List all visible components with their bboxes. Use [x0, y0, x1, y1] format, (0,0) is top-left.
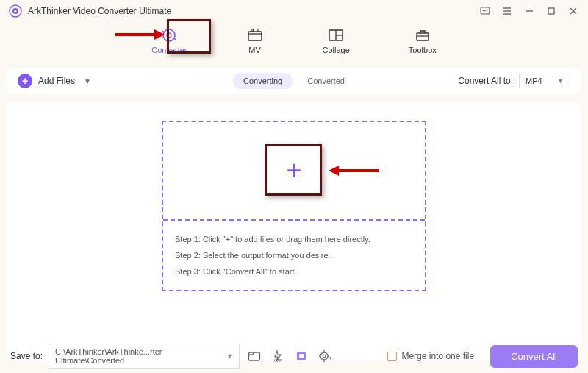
save-to-label: Save to: — [10, 351, 43, 361]
tab-toolbox[interactable]: Toolbox — [401, 25, 444, 57]
svg-point-29 — [323, 355, 326, 358]
mv-icon — [246, 28, 264, 43]
convert-all-button[interactable]: Convert All — [490, 345, 578, 368]
svg-rect-27 — [299, 354, 304, 358]
add-files-label: Add Files — [38, 76, 75, 86]
steps-list: Step 1: Click "+" to add files or drag t… — [163, 221, 425, 290]
svg-rect-24 — [249, 352, 260, 360]
chevron-down-icon: ▼ — [84, 77, 91, 85]
save-path-select[interactable]: C:\ArkThinker\ArkThinke...rter Ultimate\… — [49, 344, 240, 369]
toolbar: + Add Files ▼ Converting Converted Conve… — [7, 68, 581, 94]
tab-collage[interactable]: Collage — [315, 25, 357, 57]
plus-icon: + — [286, 155, 301, 186]
format-value: MP4 — [526, 77, 542, 85]
add-files-dropzone[interactable]: + — [163, 122, 425, 221]
feedback-icon[interactable] — [479, 5, 491, 17]
footer: Save to: C:\ArkThinker\ArkThinke...rter … — [0, 339, 588, 373]
svg-point-4 — [484, 10, 486, 12]
chevron-down-icon: ▼ — [226, 352, 233, 360]
toolbox-icon — [414, 28, 431, 43]
save-path-value: C:\ArkThinker\ArkThinke...rter Ultimate\… — [55, 347, 226, 365]
main-tabs: Converter MV Collage Toolbox — [0, 22, 588, 63]
open-folder-button[interactable] — [245, 347, 263, 365]
titlebar: ArkThinker Video Converter Ultimate — [0, 0, 588, 22]
tab-converter[interactable]: Converter — [144, 25, 194, 57]
format-select[interactable]: MP4 ▼ — [519, 74, 570, 88]
app-title: ArkThinker Video Converter Ultimate — [28, 6, 479, 16]
main-panel: + Step 1: Click "+" to add files or drag… — [7, 102, 581, 360]
status-filter: Converting Converted — [233, 73, 355, 89]
hardware-accel-button[interactable]: OFF — [269, 347, 287, 365]
step-text: Step 2: Select the output format you des… — [175, 247, 413, 263]
convert-all-to: Convert All to: MP4 ▼ — [458, 74, 570, 88]
converter-icon — [160, 28, 178, 43]
svg-rect-15 — [248, 32, 262, 40]
svg-rect-22 — [417, 33, 429, 40]
merge-checkbox[interactable]: Merge into one file — [387, 351, 474, 361]
plus-icon: + — [18, 74, 32, 88]
tab-label: MV — [248, 46, 261, 54]
minimize-button[interactable] — [523, 5, 535, 17]
svg-point-13 — [163, 29, 175, 41]
tab-label: Converter — [151, 46, 187, 54]
svg-point-14 — [167, 33, 171, 38]
svg-text:▾: ▾ — [329, 355, 331, 360]
maximize-button[interactable] — [545, 5, 557, 17]
tab-label: Toolbox — [409, 46, 437, 54]
settings-button[interactable]: ▾ — [316, 347, 334, 365]
checkbox-icon — [387, 352, 397, 361]
close-button[interactable] — [567, 5, 579, 17]
chevron-down-icon: ▼ — [557, 77, 564, 85]
svg-point-5 — [487, 10, 488, 12]
filter-converting[interactable]: Converting — [233, 73, 293, 89]
svg-point-18 — [257, 29, 259, 32]
menu-icon[interactable] — [501, 5, 513, 17]
gpu-button[interactable] — [293, 347, 310, 365]
step-text: Step 3: Click "Convert All" to start. — [175, 263, 413, 280]
app-logo-icon — [9, 4, 22, 18]
merge-label: Merge into one file — [401, 351, 474, 361]
convert-all-to-label: Convert All to: — [458, 76, 513, 86]
collage-icon — [327, 28, 345, 43]
svg-rect-10 — [548, 8, 554, 14]
svg-text:OFF: OFF — [274, 358, 282, 363]
add-files-button[interactable]: + Add Files ▼ — [18, 74, 91, 88]
tab-label: Collage — [323, 46, 350, 54]
filter-converted[interactable]: Converted — [297, 73, 355, 89]
svg-point-17 — [251, 29, 253, 32]
svg-point-28 — [320, 352, 328, 360]
drop-zone: + Step 1: Click "+" to add files or drag… — [162, 121, 426, 291]
window-controls — [479, 5, 579, 17]
step-text: Step 1: Click "+" to add files or drag t… — [175, 231, 413, 247]
svg-point-3 — [483, 10, 484, 12]
tab-mv[interactable]: MV — [239, 25, 271, 57]
